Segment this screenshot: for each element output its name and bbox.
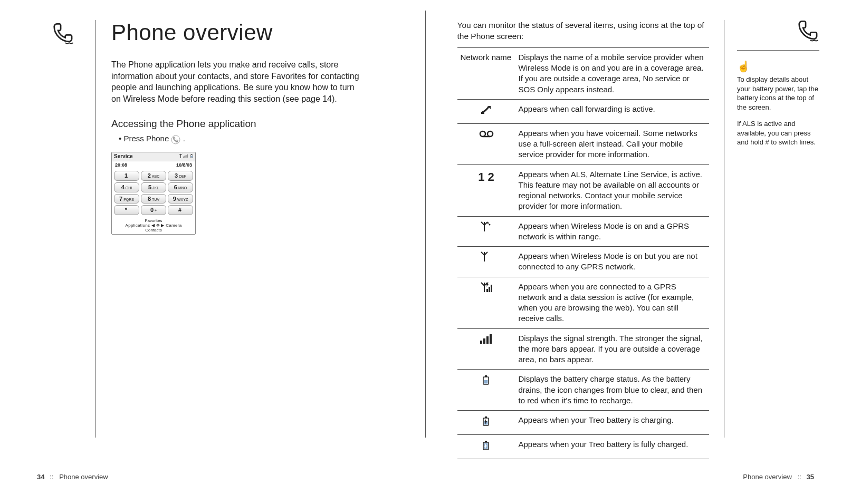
- footer-right: Phone overview :: 35: [743, 473, 814, 481]
- als-icon: 1 2: [457, 164, 515, 216]
- battery-icon: [457, 370, 515, 411]
- device-contacts-label: Contacts: [112, 228, 195, 232]
- phone-button-icon: [171, 134, 180, 144]
- intro-paragraph: The Phone application lets you make and …: [111, 59, 359, 104]
- section-subhead: Accessing the Phone application: [111, 118, 394, 130]
- row-label: Network name: [457, 47, 515, 99]
- tip-text-1: To display details about your battery po…: [737, 75, 819, 112]
- keypad-key: 2ABC: [141, 171, 166, 181]
- keypad-key: 3DEF: [168, 171, 193, 181]
- keypad-key: 8TUV: [141, 194, 166, 204]
- row-description: Appears when Wireless Mode is on but you…: [515, 247, 710, 277]
- keypad-key: 7PQRS: [114, 194, 139, 204]
- svg-point-21: [172, 135, 180, 144]
- row-description: Appears when Wireless Mode is on and a G…: [515, 216, 710, 247]
- device-time: 20:08: [115, 162, 127, 168]
- device-keypad: 12ABC3DEF4GHI5JKL6MNO7PQRS8TUV9WXYZ*0+#: [112, 169, 195, 217]
- voicemail-icon: [457, 123, 515, 164]
- table-row: Appears when Wireless Mode is on but you…: [457, 247, 710, 277]
- table-row: 1 2Appears when ALS, Alternate Line Serv…: [457, 164, 710, 216]
- keypad-key: 1: [114, 171, 139, 181]
- table-row: Network nameDisplays the name of a mobil…: [457, 47, 710, 99]
- right-margin: ☝ To display details about your battery …: [724, 20, 819, 438]
- signal-icon: [457, 328, 515, 370]
- status-icon-table: Network nameDisplays the name of a mobil…: [457, 47, 710, 459]
- keypad-key: 0+: [141, 205, 166, 215]
- table-row: Appears when your Treo battery is fully …: [457, 435, 710, 459]
- row-description: Appears when ALS, Alternate Line Service…: [515, 164, 710, 216]
- footer-left: 34 :: Phone overview: [37, 473, 108, 481]
- margin-rule: [737, 50, 819, 51]
- left-page: Phone overview The Phone application let…: [0, 0, 426, 448]
- gprs-in-range-icon: [457, 216, 515, 247]
- left-margin: [32, 20, 95, 438]
- row-description: Displays the battery charge status. As t…: [515, 370, 710, 411]
- device-nav-row: Applications ◀ ✥ ▶ Camera: [112, 223, 195, 228]
- table-row: Appears when call forwarding is active.: [457, 99, 710, 123]
- device-service-label: Service: [114, 153, 133, 160]
- keypad-key: 4GHI: [114, 182, 139, 192]
- lead-paragraph: You can monitor the status of several it…: [457, 20, 710, 42]
- device-screenshot: Service 20:08 10/8/03 12ABC3DEF4GHI5JKL6…: [111, 152, 196, 235]
- charging-icon: [457, 411, 515, 435]
- table-row: Appears when your Treo battery is chargi…: [457, 411, 710, 435]
- keypad-key: 9WXYZ: [168, 194, 193, 204]
- row-description: Displays the signal strength. The strong…: [515, 328, 710, 370]
- wireless-no-gprs-icon: [457, 247, 515, 277]
- table-row: Appears when you have voicemail. Some ne…: [457, 123, 710, 164]
- row-description: Appears when your Treo battery is chargi…: [515, 411, 710, 435]
- keypad-key: *: [114, 205, 139, 215]
- phone-icon: [52, 37, 74, 46]
- phone-icon: [737, 20, 819, 44]
- row-description: Appears when your Treo battery is fully …: [515, 435, 710, 459]
- device-status-icons: [177, 153, 193, 160]
- keypad-key: 5JKL: [141, 182, 166, 192]
- row-description: Displays the name of a mobile service pr…: [515, 47, 710, 99]
- svg-rect-22: [481, 112, 484, 114]
- tip-text-2: If ALS is active and available, you can …: [737, 119, 819, 147]
- device-date: 10/8/03: [176, 162, 192, 168]
- right-page: You can monitor the status of several it…: [426, 0, 852, 448]
- keypad-key: #: [168, 205, 193, 215]
- gprs-active-icon: [457, 277, 515, 328]
- row-description: Appears when call forwarding is active.: [515, 99, 710, 123]
- full-icon: [457, 435, 515, 459]
- row-description: Appears when you are connected to a GPRS…: [515, 277, 710, 328]
- device-favorites-label: Favorites: [112, 218, 195, 223]
- bullet-press-phone: Press Phone .: [111, 134, 394, 144]
- page-title: Phone overview: [111, 20, 394, 45]
- table-row: Displays the signal strength. The strong…: [457, 328, 710, 370]
- tip-icon: ☝: [737, 60, 819, 73]
- table-row: Appears when Wireless Mode is on and a G…: [457, 216, 710, 247]
- call-forward-icon: [457, 99, 515, 123]
- table-row: Displays the battery charge status. As t…: [457, 370, 710, 411]
- keypad-key: 6MNO: [168, 182, 193, 192]
- table-row: Appears when you are connected to a GPRS…: [457, 277, 710, 328]
- row-description: Appears when you have voicemail. Some ne…: [515, 123, 710, 164]
